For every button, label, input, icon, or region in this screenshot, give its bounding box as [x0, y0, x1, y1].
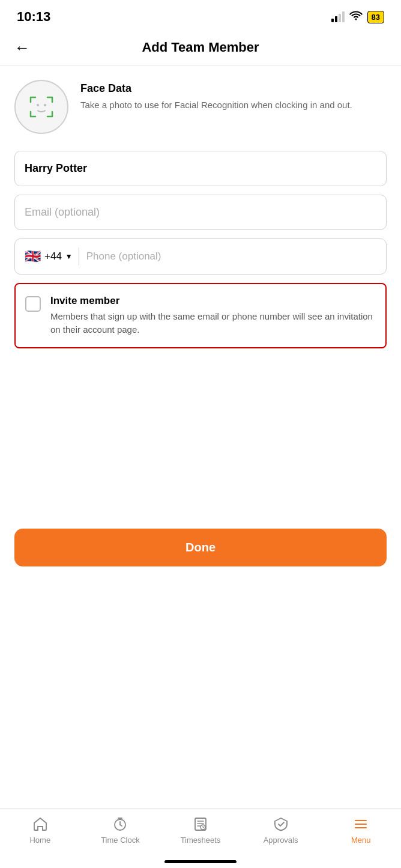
- home-icon: [32, 816, 49, 833]
- status-time: 10:13: [17, 9, 50, 25]
- invite-member-section: Invite member Members that sign up with …: [14, 283, 387, 348]
- signal-icon: [331, 11, 345, 22]
- battery-icon: 83: [367, 11, 384, 23]
- face-data-section: Face Data Take a photo to use for Facial…: [14, 80, 387, 134]
- invite-description: Members that sign up with the same email…: [50, 310, 376, 336]
- name-input[interactable]: [14, 151, 387, 186]
- nav-label-timesheets: Timesheets: [181, 836, 221, 845]
- face-data-text: Face Data Take a photo to use for Facial…: [80, 80, 352, 111]
- done-button[interactable]: Done: [14, 529, 387, 566]
- phone-row: 🇬🇧 +44 ▼: [14, 238, 387, 275]
- home-indicator: [164, 860, 237, 863]
- face-recognition-icon: [27, 93, 56, 121]
- form-content: Face Data Take a photo to use for Facial…: [0, 65, 401, 529]
- status-bar: 10:13 83: [0, 0, 401, 30]
- email-input[interactable]: [14, 195, 387, 230]
- status-icons: 83: [331, 11, 384, 23]
- invite-text-block: Invite member Members that sign up with …: [50, 295, 376, 336]
- svg-point-0: [37, 104, 39, 106]
- face-data-title: Face Data: [80, 82, 352, 95]
- face-avatar[interactable]: [14, 80, 68, 134]
- country-picker[interactable]: 🇬🇧 +44 ▼: [25, 249, 73, 264]
- page-title: Add Team Member: [142, 40, 259, 55]
- svg-point-1: [44, 104, 46, 106]
- flag-emoji: 🇬🇧: [25, 249, 41, 264]
- content-spacer: [14, 360, 387, 529]
- country-code: +44: [44, 250, 62, 263]
- invite-checkbox[interactable]: [25, 296, 41, 312]
- header: ← Add Team Member: [0, 30, 401, 65]
- done-button-container: Done: [0, 529, 401, 581]
- phone-input[interactable]: [86, 250, 376, 263]
- nav-label-timeclock: Time Clock: [101, 836, 140, 845]
- nav-item-menu[interactable]: Menu: [340, 816, 382, 845]
- chevron-down-icon: ▼: [65, 252, 73, 261]
- timeclock-icon: [112, 816, 128, 833]
- nav-label-approvals: Approvals: [264, 836, 298, 845]
- back-button[interactable]: ←: [14, 40, 30, 55]
- nav-item-home[interactable]: Home: [19, 816, 61, 845]
- nav-item-timeclock[interactable]: Time Clock: [99, 816, 141, 845]
- nav-label-menu: Menu: [351, 836, 371, 845]
- nav-label-home: Home: [29, 836, 50, 845]
- invite-title: Invite member: [50, 295, 376, 307]
- phone-divider: [79, 247, 79, 266]
- main-content: Face Data Take a photo to use for Facial…: [0, 65, 401, 801]
- bottom-nav: Home Time Clock Timesheets: [0, 808, 401, 868]
- nav-item-timesheets[interactable]: Timesheets: [179, 816, 222, 845]
- nav-item-approvals[interactable]: Approvals: [260, 816, 302, 845]
- approvals-icon: [273, 816, 289, 833]
- wifi-icon: [349, 11, 363, 23]
- menu-icon: [352, 816, 369, 833]
- face-data-description: Take a photo to use for Facial Recogniti…: [80, 99, 352, 111]
- timesheets-icon: [192, 816, 209, 833]
